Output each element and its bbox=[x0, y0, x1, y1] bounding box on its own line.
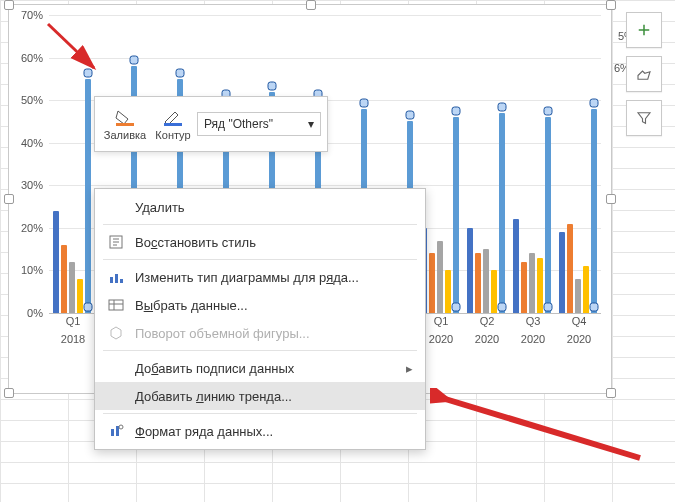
fill-label: Заливка bbox=[101, 129, 149, 141]
y-tick: 0% bbox=[27, 307, 43, 319]
reset-icon bbox=[107, 233, 125, 251]
select-data-icon bbox=[107, 296, 125, 314]
x-tick-year: 2020 bbox=[429, 333, 453, 345]
chart-filters-button[interactable] bbox=[626, 100, 662, 136]
rotate-3d-icon bbox=[107, 324, 125, 342]
y-tick: 10% bbox=[21, 264, 43, 276]
series-handle[interactable] bbox=[406, 111, 415, 120]
x-tick-year: 2020 bbox=[567, 333, 591, 345]
bar[interactable] bbox=[61, 245, 67, 313]
x-tick: Q4 bbox=[572, 315, 587, 327]
bar[interactable] bbox=[545, 117, 551, 313]
svg-line-0 bbox=[48, 24, 94, 68]
menu-rotate-3d: Поворот объемной фигуры... bbox=[95, 319, 425, 347]
bar[interactable] bbox=[467, 228, 473, 313]
bar[interactable] bbox=[483, 249, 489, 313]
y-axis: 0% 10% 20% 30% 40% 50% 60% 70% bbox=[9, 15, 47, 313]
svg-rect-9 bbox=[116, 426, 119, 436]
chevron-down-icon: ▾ bbox=[308, 117, 314, 131]
bar[interactable] bbox=[445, 270, 451, 313]
menu-format-series[interactable]: Формат ряда данных... bbox=[95, 417, 425, 445]
series-handle[interactable] bbox=[360, 98, 369, 107]
menu-add-trendline-label: Добавить линию тренда... bbox=[135, 389, 292, 404]
menu-format-series-label: Формат ряда данных... bbox=[135, 424, 273, 439]
bar[interactable] bbox=[453, 117, 459, 313]
bar[interactable] bbox=[69, 262, 75, 313]
blank-icon bbox=[107, 359, 125, 377]
svg-rect-2 bbox=[164, 123, 182, 126]
menu-rotate-3d-label: Поворот объемной фигуры... bbox=[135, 326, 310, 341]
chart-styles-button[interactable] bbox=[626, 56, 662, 92]
svg-line-11 bbox=[442, 398, 640, 458]
menu-reset-style[interactable]: Восстановить стиль bbox=[95, 228, 425, 256]
series-selector-value: Ряд "Others" bbox=[204, 117, 273, 131]
bar[interactable] bbox=[85, 79, 91, 313]
menu-add-data-labels[interactable]: Добавить подписи данных ▸ bbox=[95, 354, 425, 382]
outline-icon bbox=[149, 107, 197, 129]
series-handle[interactable] bbox=[130, 56, 139, 65]
series-handle[interactable] bbox=[452, 303, 461, 312]
x-tick: Q3 bbox=[526, 315, 541, 327]
fill-icon bbox=[101, 107, 149, 129]
x-tick-year: 2020 bbox=[475, 333, 499, 345]
menu-delete-label: Удалить bbox=[135, 200, 185, 215]
bar[interactable] bbox=[475, 253, 481, 313]
fill-button[interactable]: Заливка bbox=[101, 107, 149, 141]
bar[interactable] bbox=[53, 211, 59, 313]
svg-rect-6 bbox=[120, 279, 123, 283]
series-handle[interactable] bbox=[498, 102, 507, 111]
x-tick: Q1 bbox=[434, 315, 449, 327]
series-handle[interactable] bbox=[590, 98, 599, 107]
series-handle[interactable] bbox=[84, 303, 93, 312]
svg-rect-8 bbox=[111, 429, 114, 436]
series-handle[interactable] bbox=[544, 303, 553, 312]
x-tick: Q1 bbox=[66, 315, 81, 327]
bar[interactable] bbox=[537, 258, 543, 313]
blank-icon bbox=[107, 387, 125, 405]
y-tick: 30% bbox=[21, 179, 43, 191]
svg-rect-7 bbox=[109, 300, 123, 310]
series-handle[interactable] bbox=[544, 107, 553, 116]
chart-elements-button[interactable] bbox=[626, 12, 662, 48]
bar[interactable] bbox=[559, 232, 565, 313]
svg-rect-4 bbox=[110, 277, 113, 283]
y-tick: 40% bbox=[21, 137, 43, 149]
menu-change-chart-type[interactable]: Изменить тип диаграммы для ряда... bbox=[95, 263, 425, 291]
bar[interactable] bbox=[521, 262, 527, 313]
bar[interactable] bbox=[499, 113, 505, 313]
bar[interactable] bbox=[575, 279, 581, 313]
series-handle[interactable] bbox=[176, 68, 185, 77]
menu-change-chart-type-label: Изменить тип диаграммы для ряда... bbox=[135, 270, 359, 285]
outline-button[interactable]: Контур bbox=[149, 107, 197, 141]
svg-point-10 bbox=[119, 425, 123, 429]
menu-delete[interactable]: Удалить bbox=[95, 193, 425, 221]
bar[interactable] bbox=[567, 224, 573, 313]
y-tick: 50% bbox=[21, 94, 43, 106]
bar[interactable] bbox=[491, 270, 497, 313]
menu-select-data[interactable]: Выбрать данные... bbox=[95, 291, 425, 319]
series-handle[interactable] bbox=[268, 81, 277, 90]
bar[interactable] bbox=[529, 253, 535, 313]
bar[interactable] bbox=[591, 109, 597, 313]
menu-add-data-labels-label: Добавить подписи данных bbox=[135, 361, 294, 376]
series-handle[interactable] bbox=[498, 303, 507, 312]
bar[interactable] bbox=[429, 253, 435, 313]
bar[interactable] bbox=[513, 219, 519, 313]
outline-label: Контур bbox=[149, 129, 197, 141]
series-selector[interactable]: Ряд "Others" ▾ bbox=[197, 112, 321, 136]
bar[interactable] bbox=[77, 279, 83, 313]
series-handle[interactable] bbox=[590, 303, 599, 312]
svg-rect-5 bbox=[115, 274, 118, 283]
x-tick-year: 2020 bbox=[521, 333, 545, 345]
x-tick: Q2 bbox=[480, 315, 495, 327]
annotation-arrow-2 bbox=[430, 388, 650, 468]
annotation-arrow-1 bbox=[44, 20, 114, 80]
blank-icon bbox=[107, 198, 125, 216]
series-handle[interactable] bbox=[452, 107, 461, 116]
svg-rect-1 bbox=[116, 123, 134, 126]
bar[interactable] bbox=[437, 241, 443, 313]
format-series-icon bbox=[107, 422, 125, 440]
bar[interactable] bbox=[583, 266, 589, 313]
menu-reset-style-label: Восстановить стиль bbox=[135, 235, 256, 250]
menu-add-trendline[interactable]: Добавить линию тренда... bbox=[95, 382, 425, 410]
